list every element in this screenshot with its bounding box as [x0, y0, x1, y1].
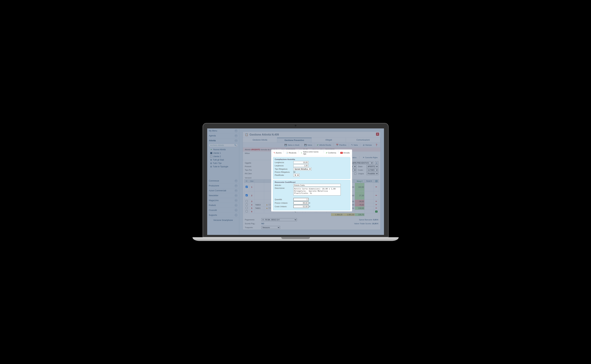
- tab-gestione-preventivo[interactable]: Gestione Preventivo: [277, 138, 312, 143]
- row-checkbox[interactable]: [246, 194, 248, 196]
- oggetto-label: Oggettc: [245, 162, 259, 164]
- delete-row-icon[interactable]: ✂: [376, 186, 377, 188]
- minus-icon: −: [235, 139, 237, 142]
- resolved-button[interactable]: ✔ Attività Risolta: [316, 143, 332, 147]
- btn-label: Azzera: [276, 152, 282, 154]
- tipo-rilegatura-select[interactable]: Spirale Metallica: [293, 168, 312, 170]
- sidebar-item-azioni[interactable]: Azioni Commerciali +: [207, 188, 239, 193]
- articolo-input[interactable]: [293, 184, 341, 187]
- tab-allegati[interactable]: Allegati: [312, 138, 346, 143]
- azzera-button[interactable]: ✎ Azzera: [273, 150, 283, 155]
- th-info[interactable]: ℹ️: [374, 179, 379, 183]
- sidebar-tipologie[interactable]: ⊞ Tutte le Tipologie: [207, 165, 239, 168]
- carico-checkbox[interactable]: [354, 173, 357, 175]
- ricalcola-button[interactable]: 📑 Ricalcola: [285, 150, 298, 155]
- sidebar-user1[interactable]: Utente 1: [207, 151, 239, 155]
- descrizione-textarea[interactable]: [293, 187, 341, 195]
- cancella-righe-button[interactable]: ✕ Cancella Righe: [362, 156, 379, 159]
- sconto-value: NO: [261, 222, 264, 225]
- save-close-button[interactable]: 💾 Salva e chiudi: [283, 143, 300, 147]
- sidebar-item-agenda[interactable]: Agenda +: [207, 133, 239, 138]
- laptop-base: [193, 237, 399, 241]
- stampa-group: STAMPA PREVENTIVO 🖨: [348, 161, 378, 164]
- sidebar-tipi[interactable]: ⊞ Tutti i Tipi: [207, 162, 239, 165]
- smartphone-link[interactable]: Versione Smartphone: [207, 218, 239, 223]
- sidebar-item-cruscotti[interactable]: Cruscotti +: [207, 208, 239, 213]
- th-check[interactable]: ☑: [244, 179, 249, 183]
- sidebar-item-newsletter[interactable]: Newsletter +: [207, 193, 239, 198]
- calendar-icon: 📋: [245, 133, 248, 136]
- trasporto-select[interactable]: Nessuno: [261, 226, 280, 229]
- larghezza-label: Larghezza:: [275, 165, 293, 167]
- sidebar-item-produzione[interactable]: Produzione +: [207, 183, 239, 188]
- pagamento-select[interactable]: 8 - RI.BA. 30GG D.F.: [261, 218, 297, 221]
- th-marg[interactable]: Marg €: [355, 179, 364, 183]
- tab-gestione-attivita[interactable]: Gestione Attività: [243, 138, 277, 143]
- tipopre-label: Tipo Pre: [245, 169, 259, 171]
- quantita-input[interactable]: [293, 198, 309, 201]
- sidebar-stati[interactable]: ⊞ Tutti gli Stati: [207, 158, 239, 162]
- sidebar-item-mymenu[interactable]: My Menu +: [207, 128, 239, 133]
- search-input[interactable]: Archivio Attività: [208, 144, 238, 147]
- footer-trasporto: Trasporto: Nessuno: [243, 225, 380, 230]
- articolo-label: Articolo:: [275, 184, 293, 186]
- divider: [324, 150, 324, 153]
- stato-select[interactable]: APERTO: [367, 165, 378, 168]
- row-checkbox[interactable]: [246, 203, 248, 206]
- save-button[interactable]: 💾 Salva: [303, 143, 313, 147]
- conferma-button[interactable]: ✔ Conferma: [325, 150, 337, 155]
- btn-label: Salva: [307, 144, 312, 146]
- delete-row-icon[interactable]: ✂: [376, 207, 377, 209]
- vary-button[interactable]: ✎ Varia: [350, 143, 359, 147]
- sidebar-label: My Menu: [209, 130, 217, 132]
- sidebar-label: Produzione: [209, 185, 219, 187]
- print-button[interactable]: 🖨 Stampa: [362, 143, 373, 147]
- prezzo-unitario-input[interactable]: [293, 202, 309, 204]
- row-checkbox[interactable]: [246, 207, 248, 209]
- tabbar: Gestione Attività Gestione Preventivo Al…: [243, 138, 380, 143]
- tab-comunicazioni[interactable]: Comunicazioni: [346, 138, 380, 143]
- sidebar-item-commesse[interactable]: Commesse +: [207, 178, 239, 183]
- sidebar-item-supporto[interactable]: Supporto +: [207, 213, 239, 218]
- spese-value: 0,00 €: [373, 219, 378, 221]
- help-button[interactable]: ❓: [374, 143, 379, 147]
- th-cod: [254, 179, 264, 183]
- plan-button[interactable]: 📅 Pianifica: [335, 143, 347, 147]
- row-checkbox[interactable]: [246, 186, 248, 188]
- plus-icon: +: [235, 179, 237, 182]
- delete-row-icon[interactable]: ✂: [376, 200, 377, 202]
- salva-riga-button[interactable]: ＋ Salva come nuova riga: [299, 150, 322, 155]
- btn-label: Varia: [354, 144, 358, 146]
- btn-label: Salva come nuova riga: [303, 151, 321, 155]
- close-icon[interactable]: ✕: [376, 133, 379, 136]
- euro-symbol: €: [309, 202, 310, 204]
- sidebar-user2[interactable]: Utente 2: [207, 155, 239, 158]
- th-scad[interactable]: Scad.▾: [364, 179, 374, 183]
- resoconto-section: Resoconto Costi/Ricavi Articolo: Descriz…: [273, 180, 350, 210]
- sidebar-label: Agenda: [209, 135, 216, 137]
- checkbox-icon: [210, 156, 212, 157]
- row-checkbox[interactable]: [246, 210, 248, 212]
- row-checkbox[interactable]: [246, 200, 248, 202]
- costo-select[interactable]: ULTIMO: [367, 169, 378, 171]
- sidebar-new[interactable]: ＋ Nuova Attività: [207, 148, 239, 151]
- th-ord[interactable]: Ord: [249, 179, 254, 183]
- add-row-button[interactable]: +: [375, 211, 377, 213]
- sidebar-item-attivita[interactable]: Attività −: [207, 138, 239, 143]
- costo-unitario-label: Costo Unitario:: [275, 206, 293, 208]
- lingua-select[interactable]: Predefinit: [367, 172, 378, 175]
- costo-unitario-input[interactable]: [293, 205, 309, 208]
- sidebar-item-magazzino[interactable]: Magazzino +: [207, 198, 239, 203]
- spese-group: Spese Bancarie: 0,00 €: [359, 219, 378, 221]
- screen: My Menu + Agenda + Attività − Archivio A…: [203, 123, 389, 237]
- delete-row-icon[interactable]: ✂: [376, 204, 377, 206]
- delete-row-icon[interactable]: ✂: [376, 194, 377, 196]
- sidebar-item-preferiti[interactable]: Preferiti +: [207, 203, 239, 208]
- table-totals-row: 1.308,20 1.081,50 226,70: [244, 213, 379, 216]
- print-icon-button[interactable]: 🖨: [375, 161, 378, 164]
- plus-icon: +: [235, 214, 237, 216]
- plastificata-select[interactable]: Si: [293, 174, 299, 177]
- lunghezza-input[interactable]: [293, 161, 309, 164]
- annulla-button[interactable]: ✕ Annulla: [339, 150, 351, 155]
- larghezza-input[interactable]: [293, 164, 309, 167]
